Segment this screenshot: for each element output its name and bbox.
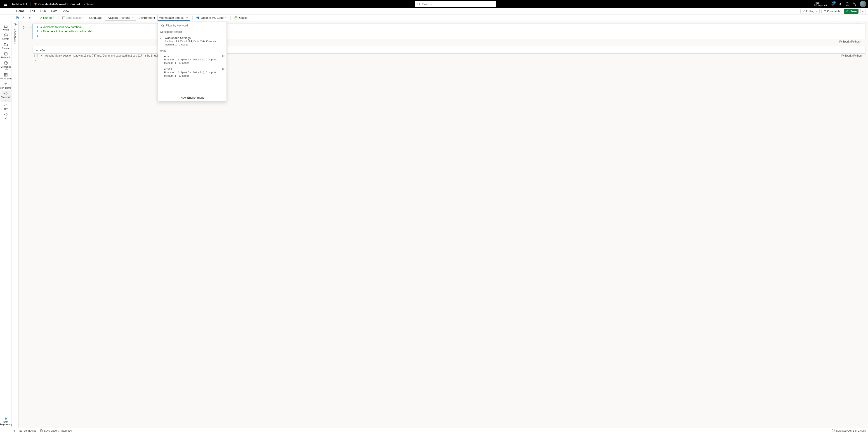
external-link-icon [222, 67, 225, 70]
exec-meta-text: -Apache Spark session ready in 15 sec 73… [44, 54, 177, 57]
rail-label: env11 [3, 117, 9, 119]
gear-icon [838, 2, 842, 6]
env-filter[interactable] [159, 23, 225, 28]
copilot-button[interactable]: Copilot [233, 16, 250, 20]
environment-dropdown-popup: Workspace default ✓ Workspace Settings R… [158, 21, 227, 102]
present-button[interactable] [860, 9, 866, 14]
global-search[interactable] [415, 1, 496, 7]
svg-rect-25 [832, 430, 834, 432]
save-icon [40, 429, 43, 432]
open-external-button[interactable] [222, 67, 225, 70]
open-external-button[interactable] [222, 55, 225, 57]
rail-datahub[interactable]: Data hub [0, 51, 11, 60]
chevron-right-icon [14, 23, 17, 26]
status-bar: Not connected Save option: Automatic Sel… [0, 428, 868, 433]
chevron-down-icon [864, 55, 866, 57]
svg-point-1 [839, 3, 841, 4]
open-vscode-button[interactable]: Open in VS Code [195, 16, 228, 20]
env-section-items: Items [158, 48, 226, 53]
rail-notebook1[interactable]: Notebook 1 [0, 90, 11, 102]
cell-language-selector[interactable]: PySpark (Python) [841, 54, 866, 57]
workspaces-icon [4, 73, 8, 77]
save-button[interactable] [14, 15, 20, 21]
env-item-subtitle: Runtime: 1.2 (Spark 3.4, Delta 2.4), Com… [164, 58, 224, 65]
environment-value: Workspace default [159, 16, 184, 20]
run-all-label: Run all [43, 16, 52, 20]
rail-workspaces[interactable]: Workspaces [0, 72, 11, 81]
save-status[interactable]: - Saved [83, 2, 97, 6]
new-environment-button[interactable]: New Environment [158, 94, 226, 101]
copilot-icon [234, 16, 238, 20]
environment-dropdown[interactable]: Workspace default [157, 15, 190, 21]
env-item-env[interactable]: env Runtime: 1.2 (Spark 3.4, Delta 2.4),… [158, 53, 226, 66]
svg-rect-14 [4, 75, 5, 76]
vscode-icon [196, 16, 199, 20]
rail-home[interactable]: Home [0, 23, 11, 32]
environment-label: Environment [138, 16, 155, 20]
search-input[interactable] [422, 2, 494, 6]
tab-edit[interactable]: Edit [27, 8, 37, 14]
folder-icon [4, 42, 8, 47]
rail-monitoring[interactable]: Monitoring hub [0, 60, 11, 71]
env-item-env11[interactable]: env11 Runtime: 1.2 (Spark 3.4, Delta 2.4… [158, 66, 226, 79]
run-cell-button[interactable] [21, 25, 27, 30]
gear-icon [28, 16, 32, 20]
tab-data[interactable]: Data [49, 8, 60, 14]
svg-rect-13 [6, 74, 7, 75]
env-item-subtitle: Runtime: 1.2 (Spark 3.4, Delta 2.4), Com… [164, 39, 224, 47]
external-link-icon [222, 55, 225, 57]
ribbon-tabs: Home Edit Run Data View Editing Comments… [0, 8, 868, 15]
code-text: 1+1 [40, 48, 45, 52]
tab-view[interactable]: View [60, 8, 72, 14]
comments-button[interactable]: Comments [822, 9, 842, 14]
chevron-down-icon [53, 17, 55, 19]
play-icon [39, 16, 42, 20]
run-all-button[interactable]: Run all [38, 16, 56, 20]
copilot-label: Copilot [239, 16, 248, 20]
env-item-subtitle: Runtime: 1.2 (Spark 3.4, Delta 2.4), Com… [164, 71, 224, 78]
editing-mode-dropdown[interactable]: Editing [800, 9, 819, 14]
env-item-title: env [164, 55, 224, 58]
download-button[interactable] [21, 15, 26, 21]
stop-icon [62, 17, 65, 19]
play-icon [22, 26, 26, 29]
connection-status-dot [13, 430, 16, 432]
feedback-button[interactable] [852, 2, 857, 6]
rail-env11[interactable]: env11 [0, 112, 11, 120]
stop-session-button[interactable]: Stop session [61, 16, 84, 20]
tab-run[interactable]: Run [38, 8, 49, 14]
comment-icon [824, 10, 826, 13]
user-avatar[interactable] [860, 1, 866, 7]
sensitivity-label[interactable]: Confidential\Microsoft Extended [31, 2, 83, 6]
language-dropdown[interactable]: PySpark (Python) [105, 15, 136, 21]
notebook-title[interactable]: Notebook 1 [9, 2, 31, 6]
app-launcher-button[interactable] [2, 3, 9, 6]
cell-language-selector[interactable]: PySpark (Python) [839, 39, 864, 44]
language-label: Language [89, 16, 102, 20]
question-icon [845, 2, 849, 6]
rail-label: Create [2, 38, 9, 40]
svg-point-17 [6, 83, 7, 84]
help-button[interactable] [845, 2, 849, 6]
notifications-button[interactable]: 5 [831, 2, 835, 6]
svg-point-10 [4, 52, 7, 53]
rail-demo-env[interactable]: Shuaijun_Demo_Env [0, 81, 11, 90]
env-filter-input[interactable] [166, 24, 223, 27]
settings-gear-button[interactable] [27, 15, 33, 21]
settings-button[interactable] [838, 2, 842, 6]
env-item-workspace-settings[interactable]: ✓ Workspace Settings Runtime: 1.2 (Spark… [158, 35, 226, 48]
trial-status[interactable]: Trial: 57 days left [814, 1, 828, 7]
rail-label: Workspaces [0, 77, 12, 80]
trial-line1: Trial: [814, 1, 827, 4]
code-text: # Type here in the cell editor to add co… [40, 29, 92, 34]
rail-data-engineering[interactable]: Data Engineering [0, 415, 11, 427]
tab-home[interactable]: Home [13, 8, 27, 14]
rail-env[interactable]: env [0, 102, 11, 111]
env-item-title: env11 [164, 67, 224, 71]
rail-browse[interactable]: Browse [0, 41, 11, 51]
svg-point-5 [862, 10, 863, 11]
share-button[interactable]: Share [844, 9, 859, 14]
rail-create[interactable]: Create [0, 32, 11, 41]
expand-lakehouses-button[interactable] [13, 22, 18, 27]
exec-count: [1] [34, 54, 38, 57]
